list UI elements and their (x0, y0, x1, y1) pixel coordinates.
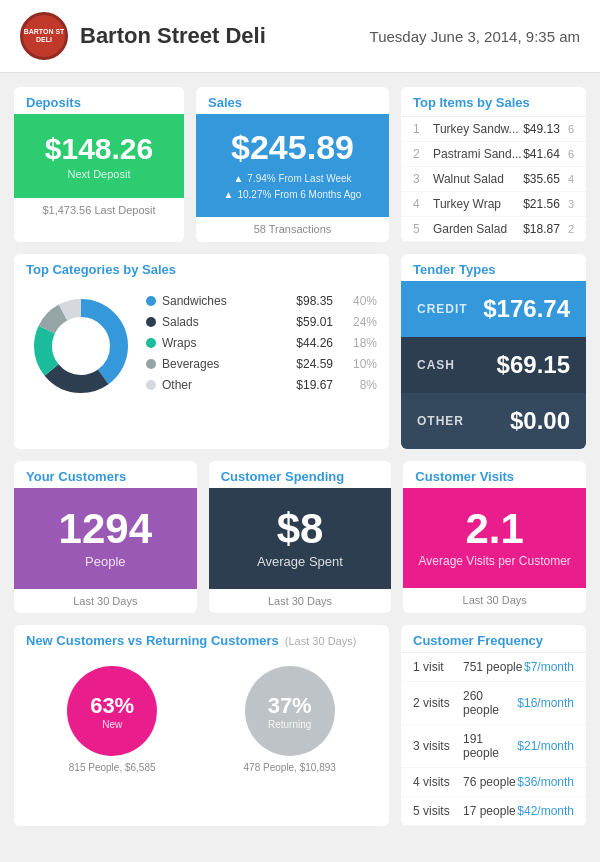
top-item-row: 3 Walnut Salad $35.65 4 (401, 167, 586, 192)
freq-row: 4 visits 76 people $36/month (401, 768, 586, 797)
top-item-row: 4 Turkey Wrap $21.56 3 (401, 192, 586, 217)
freq-visits: 2 visits (413, 696, 463, 710)
item-price: $35.65 (523, 172, 560, 186)
top-item-row: 5 Garden Salad $18.87 2 (401, 217, 586, 242)
freq-people: 191 people (463, 732, 517, 760)
tender-card: Tender Types CREDIT $176.74CASH $69.15OT… (401, 254, 586, 449)
row-2: Top Categories by Sales Sandwiches (14, 254, 586, 449)
item-num: 1 (413, 122, 427, 136)
visits-box: 2.1 Average Visits per Customer (403, 488, 586, 588)
freq-people: 751 people (463, 660, 524, 674)
tender-amount: $0.00 (510, 407, 570, 435)
legend-row: Salads $59.01 24% (146, 315, 377, 329)
legend-name: Wraps (162, 336, 290, 350)
freq-amount: $7/month (524, 660, 574, 674)
legend-row: Sandwiches $98.35 40% (146, 294, 377, 308)
categories-card: Top Categories by Sales Sandwiches (14, 254, 389, 449)
item-count: 6 (568, 148, 574, 160)
returning-circle: 37% Returning (245, 666, 335, 756)
item-name: Turkey Sandw... (433, 122, 523, 136)
new-returning-header: New Customers vs Returning Customers (La… (14, 625, 389, 652)
freq-amount: $21/month (517, 739, 574, 753)
item-count: 3 (568, 198, 574, 210)
legend-dot (146, 317, 156, 327)
item-num: 3 (413, 172, 427, 186)
new-footer: 815 People, $6,585 (67, 762, 157, 773)
sales-stat2: 10.27% From 6 Months Ago (237, 187, 361, 203)
svg-point-5 (53, 318, 109, 374)
deli-name: Barton Street Deli (80, 23, 266, 49)
item-num: 2 (413, 147, 427, 161)
freq-visits: 3 visits (413, 739, 463, 753)
item-price: $21.56 (523, 197, 560, 211)
top-items-title: Top Items by Sales (401, 87, 586, 117)
frequency-card: Customer Frequency 1 visit 751 people $7… (401, 625, 586, 826)
legend-pct: 24% (347, 315, 377, 329)
freq-people: 76 people (463, 775, 517, 789)
legend-amount: $24.59 (296, 357, 333, 371)
date-time: Tuesday June 3, 2014, 9:35 am (370, 28, 580, 45)
item-num: 5 (413, 222, 427, 236)
deposits-footer: $1,473.56 Last Deposit (14, 198, 184, 222)
returning-footer: 478 People, $10,893 (244, 762, 336, 773)
deposits-title: Deposits (14, 87, 184, 114)
sales-title: Sales (196, 87, 389, 114)
customers-card: Your Customers 1294 People Last 30 Days (14, 461, 197, 613)
top-item-row: 2 Pastrami Sand... $41.64 6 (401, 142, 586, 167)
legend-dot (146, 296, 156, 306)
freq-visits: 1 visit (413, 660, 463, 674)
item-name: Walnut Salad (433, 172, 523, 186)
new-returning-card: New Customers vs Returning Customers (La… (14, 625, 389, 826)
legend-dot (146, 380, 156, 390)
deposits-label: Next Deposit (26, 168, 172, 180)
sales-box: $245.89 ▲ 7.94% From Last Week ▲ 10.27% … (196, 114, 389, 217)
tender-label: CASH (417, 358, 455, 372)
new-returning-subtitle: (Last 30 Days) (285, 635, 357, 647)
row-1: Deposits $148.26 Next Deposit $1,473.56 … (14, 87, 586, 242)
new-label: New (102, 719, 122, 730)
circles-row: 63% New 815 People, $6,585 37% Returning… (14, 652, 389, 781)
legend-pct: 18% (347, 336, 377, 350)
freq-row: 3 visits 191 people $21/month (401, 725, 586, 768)
legend-name: Sandwiches (162, 294, 290, 308)
legend-pct: 10% (347, 357, 377, 371)
freq-amount: $16/month (517, 696, 574, 710)
deposits-box: $148.26 Next Deposit (14, 114, 184, 198)
header: BARTON ST DELI Barton Street Deli Tuesda… (0, 0, 600, 73)
frequency-title: Customer Frequency (401, 625, 586, 653)
legend-dot (146, 359, 156, 369)
item-name: Turkey Wrap (433, 197, 523, 211)
categories-title: Top Categories by Sales (14, 254, 389, 281)
tender-row-cash: CASH $69.15 (401, 337, 586, 393)
item-price: $41.64 (523, 147, 560, 161)
arrow-up-1: ▲ (233, 171, 243, 187)
new-pct: 63% (90, 693, 134, 719)
visits-title: Customer Visits (403, 461, 586, 488)
donut-chart (26, 291, 136, 401)
freq-people: 17 people (463, 804, 517, 818)
deposits-card: Deposits $148.26 Next Deposit $1,473.56 … (14, 87, 184, 242)
freq-visits: 5 visits (413, 804, 463, 818)
sales-amount: $245.89 (212, 128, 373, 167)
tender-title: Tender Types (401, 254, 586, 281)
visits-sub: Average Visits per Customer (415, 554, 574, 568)
item-num: 4 (413, 197, 427, 211)
spending-number: $8 (221, 508, 380, 550)
legend-amount: $19.67 (296, 378, 333, 392)
tender-amount: $176.74 (483, 295, 570, 323)
top-items-list: 1 Turkey Sandw... $49.13 62 Pastrami San… (401, 117, 586, 242)
item-price: $49.13 (523, 122, 560, 136)
freq-row: 5 visits 17 people $42/month (401, 797, 586, 826)
categories-inner: Sandwiches $98.35 40% Salads $59.01 24% … (14, 281, 389, 411)
legend-name: Other (162, 378, 290, 392)
legend-amount: $44.26 (296, 336, 333, 350)
legend-pct: 8% (347, 378, 377, 392)
spending-box: $8 Average Spent (209, 488, 392, 589)
new-circle: 63% New (67, 666, 157, 756)
returning-pct: 37% (268, 693, 312, 719)
legend-amount: $59.01 (296, 315, 333, 329)
tender-row-other: OTHER $0.00 (401, 393, 586, 449)
tender-label: OTHER (417, 414, 464, 428)
customers-box: 1294 People (14, 488, 197, 589)
freq-visits: 4 visits (413, 775, 463, 789)
